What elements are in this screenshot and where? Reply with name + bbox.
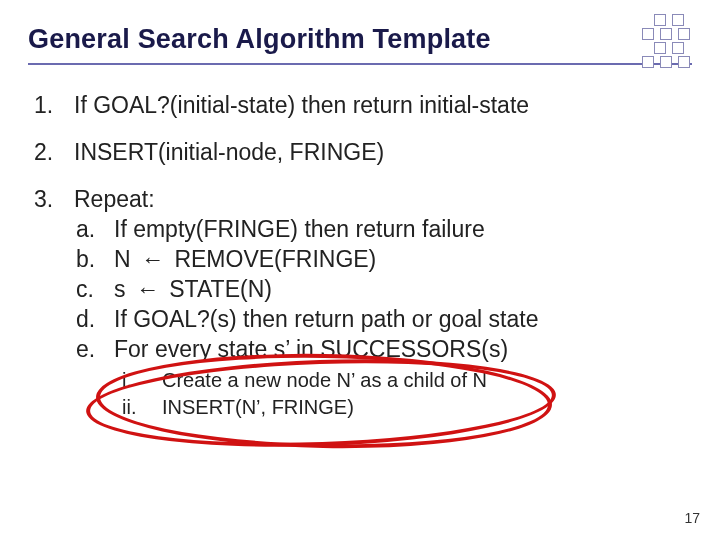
- step-2: INSERT(initial-node, FRINGE): [34, 138, 692, 167]
- step-3b-pre: N: [114, 246, 137, 272]
- step-3c: s ← STATE(N): [74, 275, 692, 305]
- step-3-head: Repeat:: [74, 186, 155, 212]
- step-3a: If empty(FRINGE) then return failure: [74, 215, 692, 245]
- step-3e-ii: INSERT(N’, FRINGE): [116, 394, 692, 421]
- left-arrow-icon: ←: [137, 245, 168, 275]
- left-arrow-icon: ←: [132, 275, 163, 305]
- step-3e-i-text: Create a new node N’ as a child of N: [162, 369, 487, 391]
- step-3e-ii-text: INSERT(N’, FRINGE): [162, 396, 354, 418]
- page-title: General Search Algorithm Template: [28, 24, 692, 55]
- repeat-substeps: If empty(FRINGE) then return failure N ←…: [74, 215, 692, 420]
- step-3d-text: If GOAL?(s) then return path or goal sta…: [114, 306, 538, 332]
- successor-substeps: Create a new node N’ as a child of N INS…: [114, 367, 692, 421]
- step-1-text: If GOAL?(initial-state) then return init…: [74, 92, 529, 118]
- title-underline: [28, 63, 692, 65]
- step-2-text: INSERT(initial-node, FRINGE): [74, 139, 384, 165]
- step-1: If GOAL?(initial-state) then return init…: [34, 91, 692, 120]
- step-3c-post: STATE(N): [163, 276, 272, 302]
- step-3b: N ← REMOVE(FRINGE): [74, 245, 692, 275]
- slide: General Search Algorithm Template If GOA…: [0, 0, 720, 540]
- algorithm-list: If GOAL?(initial-state) then return init…: [28, 91, 692, 421]
- step-3e-text: For every state s’ in SUCCESSORS(s): [114, 336, 508, 362]
- step-3a-text: If empty(FRINGE) then return failure: [114, 216, 485, 242]
- step-3e: For every state s’ in SUCCESSORS(s) Crea…: [74, 335, 692, 421]
- step-3c-pre: s: [114, 276, 132, 302]
- corner-grid-icon: [642, 14, 700, 72]
- step-3b-post: REMOVE(FRINGE): [168, 246, 376, 272]
- step-3d: If GOAL?(s) then return path or goal sta…: [74, 305, 692, 335]
- step-3e-i: Create a new node N’ as a child of N: [116, 367, 692, 394]
- step-3: Repeat: If empty(FRINGE) then return fai…: [34, 185, 692, 421]
- page-number: 17: [684, 510, 700, 526]
